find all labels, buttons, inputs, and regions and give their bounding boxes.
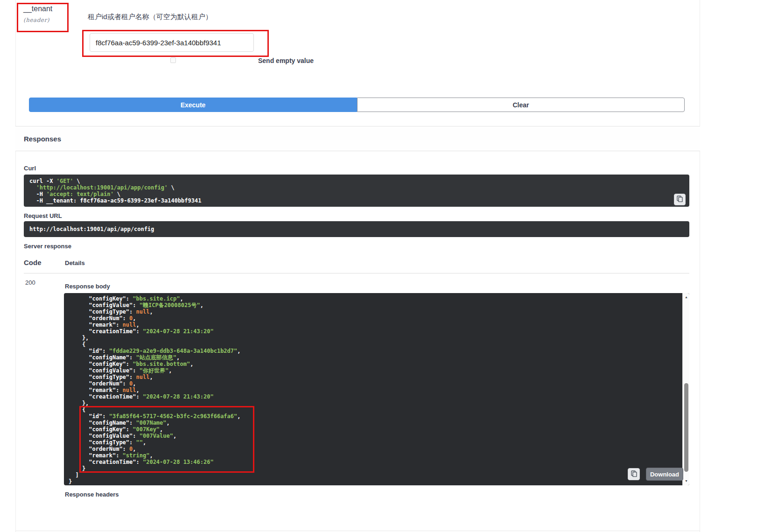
code-line: "id": "3fa85f64-5717-4562-b3fc-2c963f66a…	[69, 413, 682, 420]
send-empty-checkbox[interactable]	[170, 57, 176, 63]
details-column-header: Details	[65, 259, 85, 266]
scroll-down-icon[interactable]: ▼	[683, 478, 689, 484]
curl-label: Curl	[24, 165, 36, 172]
code-line: }	[69, 465, 682, 472]
clipboard-icon	[677, 196, 683, 203]
parameter-name: __tenant	[23, 5, 52, 13]
swagger-ui-page: __tenant (header) 租户id或者租户名称（可空为默认租户） Se…	[0, 0, 778, 532]
server-response-label: Server response	[24, 243, 71, 250]
code-line: 'http://localhost:19001/api/app/config' …	[29, 184, 684, 191]
status-code: 200	[25, 279, 35, 286]
section-bottom-border	[15, 531, 700, 531]
response-body-code: "configKey": "bbs.site.icp", "configValu…	[64, 293, 682, 485]
response-headers-label: Response headers	[65, 491, 119, 498]
code-line: "configType": null,	[69, 308, 682, 315]
code-line: "configType": null,	[69, 374, 682, 380]
tenant-value-input[interactable]	[90, 33, 254, 52]
request-url-label: Request URL	[24, 212, 62, 219]
code-line: {	[69, 406, 682, 413]
code-line: -H __tenant: f8cf76aa-ac59-6399-23ef-3a1…	[29, 197, 684, 204]
code-line: "orderNum": 0,	[69, 446, 682, 452]
code-line: "configValue": "赣ICP备20008025号",	[69, 302, 682, 308]
copy-curl-button[interactable]	[674, 194, 686, 205]
code-column-header: Code	[24, 259, 42, 266]
code-line: "configValue": "007Value",	[69, 433, 682, 439]
scrollbar-thumb[interactable]	[684, 383, 688, 472]
responses-section-header: Responses	[15, 126, 700, 151]
code-line: "creationTime": "2024-07-28 21:43:20"	[69, 328, 682, 335]
code-line: "creationTime": "2024-07-28 21:43:20"	[69, 393, 682, 400]
code-line: -H 'accept: text/plain' \	[29, 191, 684, 197]
responses-title: Responses	[24, 135, 61, 143]
code-line: "remark": "string",	[69, 452, 682, 459]
response-body-scrollbar[interactable]: ▲ ▼	[682, 293, 689, 485]
code-line: "orderNum": 0,	[69, 315, 682, 322]
code-line: "configKey": "bbs.site.bottom",	[69, 361, 682, 367]
code-line: "orderNum": 0,	[69, 380, 682, 387]
download-button[interactable]: Download	[646, 468, 683, 481]
scroll-up-icon[interactable]: ▲	[683, 294, 689, 301]
code-line: "configKey": "bbs.site.icp",	[69, 295, 682, 302]
clear-button[interactable]: Clear	[357, 98, 685, 112]
parameter-location: (header)	[23, 17, 52, 23]
clipboard-icon	[631, 470, 637, 478]
response-body-block[interactable]: "configKey": "bbs.site.icp", "configValu…	[64, 293, 689, 485]
code-line: "configKey": "007Key",	[69, 426, 682, 433]
code-line: "configType": "",	[69, 439, 682, 446]
code-line: "creationTime": "2024-07-28 13:46:26"	[69, 459, 682, 465]
code-line: },	[69, 400, 682, 406]
parameter-description: 租户id或者租户名称（可空为默认租户）	[88, 13, 212, 21]
parameter-name-cell: __tenant (header)	[23, 5, 52, 23]
code-line: "remark": null,	[69, 387, 682, 393]
copy-response-button[interactable]	[628, 468, 640, 480]
code-line: "id": "fddae229-a2e9-ddb3-648a-3a140bc1b…	[69, 348, 682, 354]
code-line: ]	[69, 472, 682, 478]
code-line: }	[69, 478, 682, 485]
curl-command-block[interactable]: curl -X 'GET' \ 'http://localhost:19001/…	[24, 175, 689, 207]
code-line: "remark": null,	[69, 322, 682, 328]
execute-button[interactable]: Execute	[29, 98, 357, 112]
request-url-value: http://localhost:19001/api/app/config	[24, 221, 689, 237]
send-empty-label: Send empty value	[258, 57, 314, 64]
response-body-label: Response body	[65, 283, 110, 290]
code-line: "configName": "站点底部信息",	[69, 354, 682, 361]
code-line: "configName": "007Name",	[69, 420, 682, 426]
code-line: },	[69, 335, 682, 341]
code-line: curl -X 'GET' \	[29, 178, 684, 184]
code-line: "configValue": "你好世界",	[69, 367, 682, 374]
code-line: {	[69, 341, 682, 348]
table-divider	[24, 273, 689, 273]
